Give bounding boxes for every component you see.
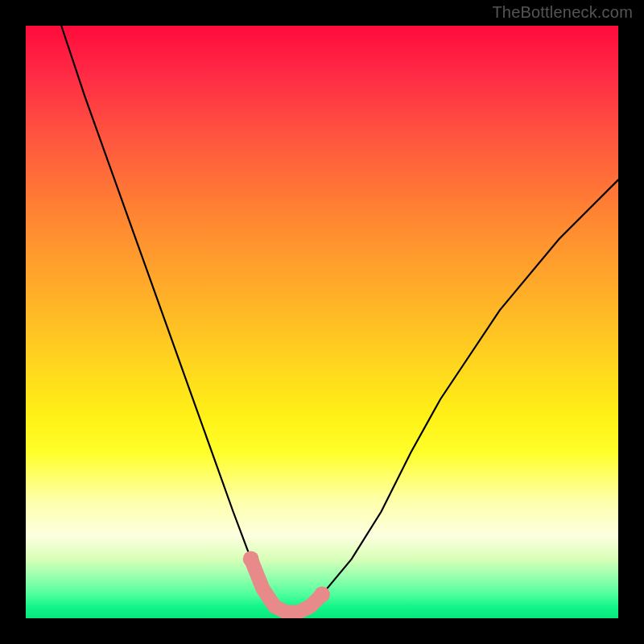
chart-frame: TheBottleneck.com [0, 0, 644, 644]
svg-point-0 [243, 551, 259, 567]
plot-area [26, 26, 618, 618]
bottleneck-curve [61, 26, 618, 613]
watermark-text: TheBottleneck.com [492, 3, 633, 22]
svg-point-1 [314, 587, 330, 603]
curve-layer [26, 26, 618, 618]
highlight-segment [243, 551, 330, 612]
